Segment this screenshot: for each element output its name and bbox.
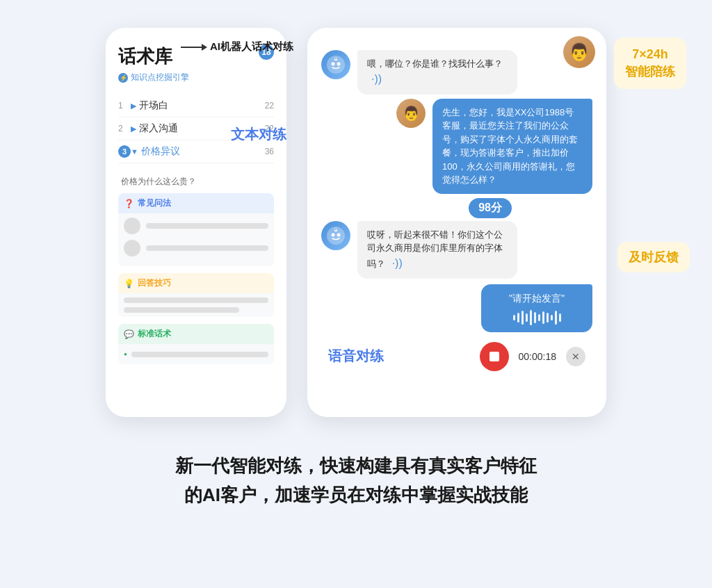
sound-icon-1: ·)) xyxy=(371,73,382,85)
faq-row-2 xyxy=(124,240,268,256)
voice-bubble: "请开始发言" xyxy=(481,284,592,332)
skeleton-1 xyxy=(146,223,268,229)
sub-question: 价格为什么这么贵？ xyxy=(118,172,274,193)
menu-arrow-3: ▼ xyxy=(131,147,138,156)
tips-skeleton-1 xyxy=(124,297,268,303)
bottom-text-section: 新一代智能对练，快速构建具有真实客户特征 的AI客户，加速学员在对练中掌握实战技… xyxy=(161,452,551,509)
score-badge: 98分 xyxy=(469,198,512,218)
svg-point-4 xyxy=(335,58,337,60)
faq-section: ❓ 常见问法 xyxy=(118,193,274,266)
close-button[interactable]: ✕ xyxy=(566,347,585,366)
record-btn-inner xyxy=(490,352,499,361)
msg-2: 先生，您好，我是XX公司1988号客服，最近您关注了我们的公众号，购买了字体个人… xyxy=(321,99,592,194)
menu-num-2: 2 xyxy=(118,124,131,133)
faq-header: ❓ 常见问法 xyxy=(118,193,274,213)
voice-practice-label: 语音对练 xyxy=(328,347,384,366)
faq-icon: ❓ xyxy=(124,199,134,209)
faq-rows xyxy=(118,213,274,266)
tips-header: 💡 回答技巧 xyxy=(118,273,274,293)
wave-6 xyxy=(534,312,536,323)
std-bullet: ● xyxy=(124,351,127,357)
menu-label-1: 开场白 xyxy=(139,99,265,112)
phone-left: 话术库 ⚡ 知识点挖掘引擎 18 1 ▶ 开场白 22 2 ▶ 深入沟通 22 … xyxy=(106,28,286,417)
menu-num-1: 1 xyxy=(118,101,131,111)
user-avatar-2: 👨 xyxy=(396,99,426,128)
record-button[interactable] xyxy=(480,342,509,371)
wave-3 xyxy=(521,311,524,325)
side-label-mid: 及时反馈 xyxy=(617,242,690,272)
tips-skeleton-2 xyxy=(124,307,239,313)
wave-10 xyxy=(551,315,553,320)
phone-right: 7×24h 智能陪练 👨 喂，哪位？你是谁？找我什么事？ ·)) 文本 xyxy=(307,28,606,417)
wave-4 xyxy=(526,313,528,322)
wave-11 xyxy=(555,311,557,325)
menu-arrow-1: ▶ xyxy=(131,101,136,111)
wave-5 xyxy=(530,310,532,325)
msg-4-voice: "请开始发言" xyxy=(321,284,592,332)
tips-label: 回答技巧 xyxy=(138,277,171,289)
wave-1 xyxy=(513,315,515,320)
knowledge-icon: ⚡ xyxy=(118,73,128,83)
arrow-bar xyxy=(181,47,202,48)
text-practice-label: 文本对练 xyxy=(231,125,286,144)
skeleton-2 xyxy=(146,245,268,251)
svg-point-1 xyxy=(332,63,335,66)
svg-point-2 xyxy=(337,63,341,66)
waveform xyxy=(491,310,583,325)
faq-row-1 xyxy=(124,218,268,234)
bottom-line-2: 的AI客户，加速学员在对练中掌握实战技能 xyxy=(175,481,537,510)
msg-text-1: 喂，哪位？你是谁？找我什么事？ xyxy=(367,58,503,69)
menu-num-3: 3 xyxy=(118,145,131,158)
std-skeleton xyxy=(131,352,268,357)
bot-avatar-1 xyxy=(321,50,350,79)
svg-point-7 xyxy=(337,233,341,236)
avatar-1 xyxy=(124,218,140,234)
arrow-connector: AI机器人话术对练 xyxy=(181,40,293,54)
tips-icon: 💡 xyxy=(124,279,134,288)
side-label-top: 7×24h 智能陪练 xyxy=(614,38,686,89)
std-section: 💬 标准话术 ● xyxy=(118,324,274,364)
std-rows: ● xyxy=(118,344,274,364)
bottom-line-1: 新一代智能对练，快速构建具有真实客户特征 xyxy=(175,452,537,481)
msg-text-3: 哎呀，听起来很不错！你们这个公司永久商用是你们库里所有的字体吗？ xyxy=(367,229,503,269)
std-row: ● xyxy=(124,348,268,360)
menu-count-1: 22 xyxy=(265,101,274,111)
subtitle-text: 知识点挖掘引擎 xyxy=(131,72,189,83)
voice-text: "请开始发言" xyxy=(491,291,583,306)
score-row: 98分 xyxy=(321,198,553,218)
std-label: 标准话术 xyxy=(138,328,171,340)
msg-1: 喂，哪位？你是谁？找我什么事？ ·)) xyxy=(321,50,592,95)
msg-text-2: 先生，您好，我是XX公司1988号客服，最近您关注了我们的公众号，购买了字体个人… xyxy=(442,107,578,186)
tips-rows xyxy=(118,293,274,317)
menu-label-3: 价格异议 xyxy=(141,145,265,158)
top-section: 话术库 ⚡ 知识点挖掘引擎 18 1 ▶ 开场白 22 2 ▶ 深入沟通 22 … xyxy=(42,28,670,417)
wave-7 xyxy=(538,314,540,321)
user-img: 👨 xyxy=(396,99,426,128)
std-icon: 💬 xyxy=(124,329,134,339)
sound-icon-2: ·)) xyxy=(392,257,403,269)
std-header: 💬 标准话术 xyxy=(118,324,274,344)
phone-subtitle: ⚡ 知识点挖掘引擎 xyxy=(118,72,274,83)
avatar-2 xyxy=(124,240,140,256)
user-avatar-top: 👨 xyxy=(563,36,595,68)
wave-2 xyxy=(517,313,519,322)
menu-item-1[interactable]: 1 ▶ 开场白 22 xyxy=(118,95,274,117)
msg-3: 哎呀，听起来很不错！你们这个公司永久商用是你们库里所有的字体吗？ ·)) xyxy=(321,221,592,279)
wave-9 xyxy=(547,313,549,322)
voice-controls-row: 语音对练 00:00:18 ✕ xyxy=(321,342,592,371)
msg-bubble-2: 先生，您好，我是XX公司1988号客服，最近您关注了我们的公众号，购买了字体个人… xyxy=(432,99,592,194)
wave-12 xyxy=(559,313,561,322)
arrow-label-text: AI机器人话术对练 xyxy=(210,40,293,54)
timer: 00:00:18 xyxy=(519,351,557,362)
bot-avatar-2 xyxy=(321,221,350,250)
tips-section: 💡 回答技巧 xyxy=(118,273,274,317)
svg-point-9 xyxy=(335,228,337,230)
msg-bubble-1: 喂，哪位？你是谁？找我什么事？ ·)) xyxy=(357,50,517,95)
arrow-head xyxy=(202,44,207,51)
arrow-line xyxy=(181,44,207,51)
msg-bubble-3: 哎呀，听起来很不错！你们这个公司永久商用是你们库里所有的字体吗？ ·)) xyxy=(357,221,517,279)
menu-count-3: 36 xyxy=(265,147,274,156)
svg-point-6 xyxy=(332,233,335,236)
faq-label: 常见问法 xyxy=(138,197,171,209)
menu-arrow-2: ▶ xyxy=(131,124,136,133)
